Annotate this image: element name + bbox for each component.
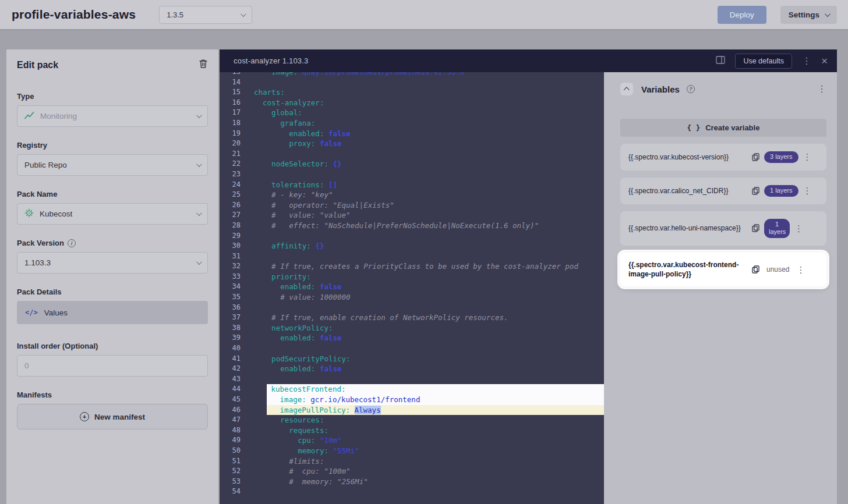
code-line[interactable]: 15charts: xyxy=(220,87,604,98)
code-text: tolerations: [] xyxy=(241,180,604,190)
copy-icon[interactable] xyxy=(752,224,759,232)
code-line[interactable]: 16 cost-analyzer: xyxy=(220,98,604,108)
deploy-button[interactable]: Deploy xyxy=(718,6,766,24)
pack-name-select[interactable]: Kubecost xyxy=(17,203,208,225)
code-line[interactable]: 53 # memory: "256Mi" xyxy=(220,477,604,487)
code-line[interactable]: 37 # If true, enable creation of Network… xyxy=(220,313,604,323)
variable-card[interactable]: {{.spectro.var.hello-uni-namespace}}1 la… xyxy=(620,211,826,246)
kebab-icon[interactable]: ⋮ xyxy=(803,152,812,161)
pack-details-values-tab[interactable]: </> Values xyxy=(17,301,208,324)
settings-button[interactable]: Settings xyxy=(780,6,837,24)
create-variable-button[interactable]: { } Create variable xyxy=(620,119,826,137)
variable-name: {{.spectro.var.kubecost-frontend-image-p… xyxy=(628,260,747,279)
code-line[interactable]: 19 enabled: false xyxy=(220,129,604,139)
variables-panel: Variables ? ⋮ { } Create variable {{.spe… xyxy=(604,72,837,504)
code-text: networkPolicy: xyxy=(241,323,604,333)
copy-icon[interactable] xyxy=(752,153,759,161)
code-line[interactable]: 42 enabled: false xyxy=(220,364,604,374)
code-line[interactable]: 21 xyxy=(220,149,604,159)
install-order-input[interactable] xyxy=(17,355,208,377)
code-line[interactable]: 38 networkPolicy: xyxy=(220,323,604,333)
chevron-down-icon xyxy=(196,112,202,118)
registry-label: Registry xyxy=(17,141,208,150)
trash-icon[interactable] xyxy=(199,59,208,71)
use-defaults-button[interactable]: Use defaults xyxy=(735,54,792,69)
kebab-icon[interactable]: ⋮ xyxy=(803,186,812,195)
code-line[interactable]: 28 # effect: "NoSchedule|PreferNoSchedul… xyxy=(220,221,604,231)
line-number: 39 xyxy=(220,333,241,343)
variable-card[interactable]: {{.spectro.var.calico_net_CIDR}}1 layers… xyxy=(620,178,826,204)
pack-details-label: Pack Details xyxy=(17,288,208,296)
code-line[interactable]: 17 global: xyxy=(220,108,604,118)
kebab-icon[interactable]: ⋮ xyxy=(817,84,826,94)
code-line[interactable]: 26 # operator: "Equal|Exists" xyxy=(220,200,604,211)
help-icon[interactable]: ? xyxy=(687,85,695,93)
line-number: 41 xyxy=(220,354,241,364)
copy-icon[interactable] xyxy=(752,187,759,195)
line-number: 51 xyxy=(220,456,241,467)
code-line[interactable]: 23 xyxy=(220,169,604,180)
new-manifest-label: New manifest xyxy=(94,413,145,421)
code-text: enabled: false xyxy=(241,333,604,343)
code-text: memory: "55Mi" xyxy=(241,446,604,456)
code-line[interactable]: 24 tolerations: [] xyxy=(220,180,604,190)
kebab-icon[interactable]: ⋮ xyxy=(794,224,803,233)
code-line[interactable]: 30 affinity: {} xyxy=(220,241,604,251)
code-line[interactable]: 33 priority: xyxy=(220,272,604,282)
code-line[interactable]: 47 resources: xyxy=(220,415,604,425)
profile-version-select[interactable]: 1.3.5 xyxy=(159,6,252,24)
close-icon[interactable]: × xyxy=(821,55,828,66)
code-line[interactable]: 48 requests: xyxy=(220,425,604,436)
edit-pack-panel: Edit pack Type Monitoring Registry Publi… xyxy=(6,49,218,504)
code-text xyxy=(241,251,604,262)
code-line[interactable]: 27 # value: "value" xyxy=(220,210,604,221)
type-select[interactable]: Monitoring xyxy=(17,105,208,127)
line-number: 46 xyxy=(220,405,241,416)
registry-select[interactable]: Public Repo xyxy=(17,154,208,176)
line-number: 26 xyxy=(220,200,241,211)
copy-icon[interactable] xyxy=(752,265,759,274)
code-line[interactable]: 49 cpu: "10m" xyxy=(220,435,604,446)
code-line[interactable]: 13 image: quay.io/prometheus/prometheus:… xyxy=(220,72,604,77)
code-line[interactable]: 25 # - key: "key" xyxy=(220,190,604,200)
code-line[interactable]: 45 image: gcr.io/kubecost1/frontend xyxy=(220,395,604,405)
code-line[interactable]: 20 proxy: false xyxy=(220,139,604,149)
code-line[interactable]: 35 # value: 1000000 xyxy=(220,292,604,303)
code-line[interactable]: 36 xyxy=(220,303,604,313)
code-line[interactable]: 31 xyxy=(220,251,604,262)
manifests-label: Manifests xyxy=(17,391,208,399)
code-line[interactable]: 46 imagePullPolicy: Always xyxy=(220,405,604,416)
code-line[interactable]: 50 memory: "55Mi" xyxy=(220,446,604,456)
code-line[interactable]: 52 # cpu: "100m" xyxy=(220,466,604,477)
code-line[interactable]: 44 kubecostFrontend: xyxy=(220,384,604,395)
code-text xyxy=(241,77,604,88)
variable-name: {{.spectro.var.kubecost-version}} xyxy=(628,152,747,162)
code-line[interactable]: 54 xyxy=(220,487,604,497)
code-line[interactable]: 29 xyxy=(220,231,604,242)
code-line[interactable]: 40 xyxy=(220,343,604,354)
code-line[interactable]: 41 podSecurityPolicy: xyxy=(220,354,604,364)
line-number: 33 xyxy=(220,272,241,282)
kebab-icon[interactable]: ⋮ xyxy=(796,265,805,274)
collapse-chevron-icon[interactable] xyxy=(620,83,633,95)
line-number: 50 xyxy=(220,446,241,456)
code-line[interactable]: 18 grafana: xyxy=(220,118,604,129)
split-view-icon[interactable] xyxy=(716,56,725,66)
code-line[interactable]: 22 nodeSelector: {} xyxy=(220,159,604,169)
line-number: 24 xyxy=(220,180,241,190)
editor-title: cost-analyzer 1.103.3 xyxy=(234,56,309,65)
code-line[interactable]: 39 enabled: false xyxy=(220,333,604,343)
yaml-editor[interactable]: 13 image: quay.io/prometheus/prometheus:… xyxy=(220,72,604,504)
code-line[interactable]: 32 # If true, creates a PriorityClass to… xyxy=(220,261,604,272)
variable-card[interactable]: {{.spectro.var.kubecost-version}}3 layer… xyxy=(620,144,826,171)
code-line[interactable]: 43 xyxy=(220,374,604,385)
code-line[interactable]: 14 xyxy=(220,77,604,88)
new-manifest-button[interactable]: + New manifest xyxy=(17,404,208,430)
code-text: priority: xyxy=(241,272,604,282)
kebab-icon[interactable]: ⋮ xyxy=(802,56,811,66)
code-line[interactable]: 34 enabled: false xyxy=(220,282,604,292)
variable-card[interactable]: {{.spectro.var.kubecost-frontend-image-p… xyxy=(620,253,826,286)
pack-version-select[interactable]: 1.103.3 xyxy=(17,252,208,274)
code-line[interactable]: 51 #limits: xyxy=(220,456,604,467)
line-number: 20 xyxy=(220,139,241,149)
